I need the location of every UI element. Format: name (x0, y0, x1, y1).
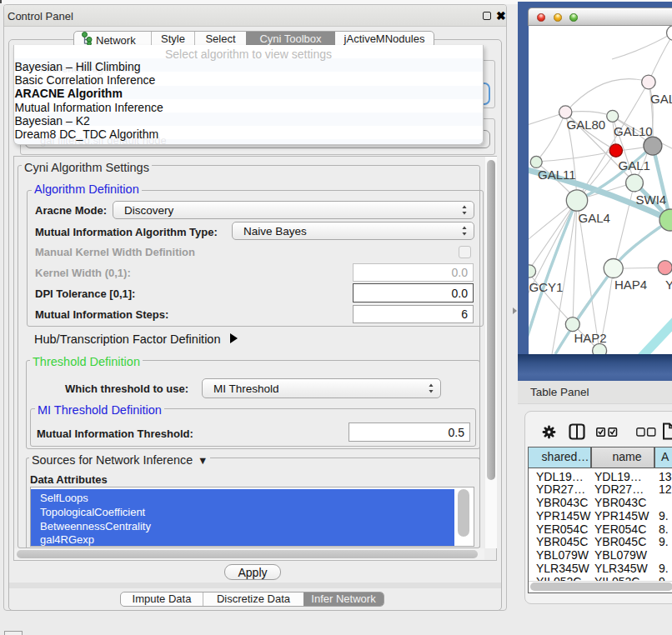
svg-text:HAP2: HAP2 (574, 331, 607, 345)
svg-text:GAL2: GAL2 (650, 92, 672, 106)
svg-text:SWI4: SWI4 (636, 192, 667, 207)
svg-text:HAP4: HAP4 (614, 278, 647, 292)
svg-text:GAL11: GAL11 (538, 168, 576, 182)
svg-text:YE: YE (665, 278, 672, 292)
svg-text:GAL10: GAL10 (614, 124, 653, 138)
svg-text:GAL80: GAL80 (567, 118, 606, 132)
svg-text:GAL4: GAL4 (579, 211, 610, 225)
svg-text:GCY1: GCY1 (529, 280, 564, 294)
svg-text:GAL1: GAL1 (619, 158, 650, 172)
